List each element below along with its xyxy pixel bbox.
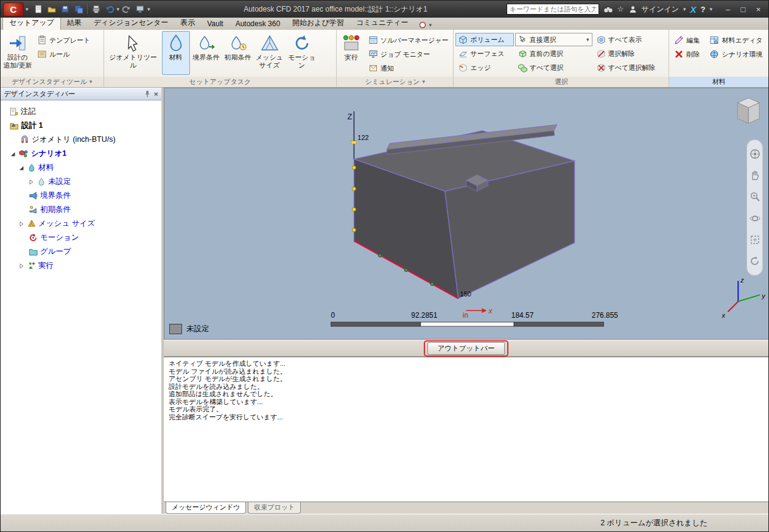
new-file-button[interactable] xyxy=(32,3,44,15)
select-all-button[interactable]: すべて選択 xyxy=(515,61,592,74)
x-dimension-value: 150 xyxy=(460,290,471,298)
tab-convergence-plot[interactable]: 収束プロット xyxy=(248,502,301,514)
solver-manager-button[interactable]: ソルバーマネージャー xyxy=(365,33,452,47)
rules-button[interactable]: ルール xyxy=(34,47,93,61)
tree-item-initial[interactable]: 初期条件 xyxy=(1,203,161,217)
favorites-star-icon[interactable]: ☆ xyxy=(617,5,624,13)
tree-item-boundary[interactable]: 境界条件 xyxy=(1,189,161,203)
tree-item-notes[interactable]: 注記 xyxy=(1,105,161,119)
workspace-button[interactable] xyxy=(134,3,146,15)
add-update-design-button[interactable]: 設計の 追加/更新 xyxy=(2,31,33,75)
tree-item-scenario[interactable]: シナリオ1 xyxy=(1,147,161,161)
app-menu-caret-icon[interactable]: ▾ xyxy=(26,7,29,12)
redo-button[interactable] xyxy=(121,3,133,15)
output-bar-button[interactable]: アウトプットバー xyxy=(427,342,505,355)
template-button[interactable]: テンプレート xyxy=(34,33,93,47)
help-caret-icon[interactable]: ▾ xyxy=(709,7,712,12)
close-button[interactable]: × xyxy=(751,3,766,15)
mesh-size-button[interactable]: メッシュ サイズ xyxy=(255,31,285,75)
material-task-button[interactable]: 材料 xyxy=(162,31,190,75)
undo-caret-icon[interactable]: ▾ xyxy=(117,7,120,12)
save-button[interactable] xyxy=(59,3,71,15)
tree-item-design[interactable]: 設計 1 xyxy=(1,119,161,133)
qat-caret-icon[interactable]: ▾ xyxy=(147,7,150,12)
save-as-button[interactable] xyxy=(72,3,85,15)
ribbon-options-button[interactable]: ▾ xyxy=(420,21,432,29)
search-input[interactable] xyxy=(507,4,599,15)
tree-item-motion[interactable]: モーション xyxy=(1,231,161,245)
tree-item-mesh-size[interactable]: メッシュ サイズ xyxy=(1,217,161,231)
tab-results[interactable]: 結果 xyxy=(61,16,88,30)
signin-button[interactable]: サインイン xyxy=(642,4,679,15)
zoom-icon[interactable] xyxy=(749,191,761,203)
group-title-design-study-tools[interactable]: デザインスタディツール▾ xyxy=(1,77,104,87)
minimize-button[interactable]: – xyxy=(720,3,736,15)
tree-collapsed-arrow-icon[interactable] xyxy=(27,179,35,185)
direct-select-dropdown[interactable]: 直接選択 ▾ xyxy=(515,33,592,46)
select-edge-button[interactable]: エッジ xyxy=(455,61,513,74)
model-3d-box[interactable] xyxy=(354,125,574,299)
help-button[interactable]: ? xyxy=(701,5,706,14)
signin-caret-icon[interactable]: ▾ xyxy=(683,7,686,12)
tab-message-window[interactable]: メッセージウィンドウ xyxy=(166,502,246,514)
zoom-window-icon[interactable] xyxy=(749,234,761,246)
tree-collapsed-arrow-icon[interactable] xyxy=(18,221,25,227)
tree-expanded-arrow-icon[interactable] xyxy=(9,151,16,157)
previous-view-icon[interactable] xyxy=(749,255,761,267)
show-all-icon xyxy=(597,35,606,44)
tree-item-material[interactable]: 材料 xyxy=(1,161,161,175)
boundary-conditions-button[interactable]: 境界条件 xyxy=(191,31,222,75)
message-line: 完全診断スイープを実行しています... xyxy=(169,413,764,421)
tab-community[interactable]: コミュニティー xyxy=(350,16,415,30)
viewport-3d[interactable]: Z 122 xyxy=(164,88,768,340)
deselect-button[interactable]: 選択解除 xyxy=(594,47,667,60)
edit-material-button[interactable]: 編集 xyxy=(671,33,705,47)
select-volume-button[interactable]: ボリューム xyxy=(455,33,513,46)
tab-get-started[interactable]: 開始および学習 xyxy=(286,16,350,30)
tree-item-run[interactable]: 実行 xyxy=(1,259,161,273)
open-file-button[interactable] xyxy=(46,3,58,15)
orbit-icon[interactable] xyxy=(749,212,761,225)
search-binoculars-icon[interactable] xyxy=(603,5,613,13)
view-cube[interactable] xyxy=(737,98,759,124)
pin-panel-icon[interactable] xyxy=(144,90,151,98)
maximize-button[interactable]: □ xyxy=(736,3,751,15)
tab-vault[interactable]: Vault xyxy=(201,18,229,30)
edit-pencil-icon xyxy=(674,35,684,45)
steering-wheel-icon[interactable] xyxy=(749,148,761,160)
tab-decision-center[interactable]: ディシジョンセンター xyxy=(88,16,175,30)
tree-item-geometry[interactable]: ジオメトリ (inch-BTU/s) xyxy=(1,133,161,147)
tree-collapsed-arrow-icon[interactable] xyxy=(18,263,25,269)
tree-item-not-set[interactable]: 未設定 xyxy=(1,175,161,189)
tab-view[interactable]: 表示 xyxy=(174,16,201,30)
material-editor-button[interactable]: 材料エディタ xyxy=(706,33,765,47)
delete-material-button[interactable]: 削除 xyxy=(671,47,705,61)
show-all-button[interactable]: すべて表示 xyxy=(594,33,667,46)
notification-button[interactable]: 通知 xyxy=(365,61,452,75)
geometry-tools-button[interactable]: ジオメトリツール xyxy=(106,31,161,75)
tab-setup[interactable]: セットアップ xyxy=(2,16,61,30)
select-surface-button[interactable]: サーフェス xyxy=(455,47,513,60)
solver-manager-icon xyxy=(368,35,378,45)
tree-item-group[interactable]: グループ xyxy=(1,245,161,259)
group-title-simulation[interactable]: シミュレーション▾ xyxy=(337,77,453,87)
run-button[interactable]: 実行 xyxy=(339,31,363,75)
pan-hand-icon[interactable] xyxy=(749,169,761,181)
tree-expanded-arrow-icon[interactable] xyxy=(18,165,25,171)
deselect-all-button[interactable]: すべて選択解除 xyxy=(594,61,667,74)
motion-button[interactable]: モーション xyxy=(286,31,318,75)
application-menu-button[interactable]: C xyxy=(3,2,24,16)
viewport-3d-scene[interactable]: Z 122 xyxy=(164,88,768,339)
job-monitor-button[interactable]: ジョブ モニター xyxy=(365,47,452,61)
scenario-environment-button[interactable]: シナリオ環境 xyxy=(706,47,765,61)
print-button[interactable] xyxy=(90,3,102,15)
close-panel-icon[interactable]: × xyxy=(153,89,158,99)
initial-conditions-button[interactable]: 初期条件 xyxy=(223,31,253,75)
tab-autodesk360[interactable]: Autodesk 360 xyxy=(230,18,286,30)
exchange-apps-icon[interactable]: X xyxy=(690,4,697,15)
z-tick-marker xyxy=(351,141,356,144)
direct-select-caret-icon: ▾ xyxy=(586,37,589,43)
undo-button[interactable] xyxy=(104,3,116,15)
ribbon-group-selection: ボリューム サーフェス エッジ 直接選択 ▾ xyxy=(454,30,669,87)
previous-selection-button[interactable]: 直前の選択 xyxy=(515,47,592,60)
